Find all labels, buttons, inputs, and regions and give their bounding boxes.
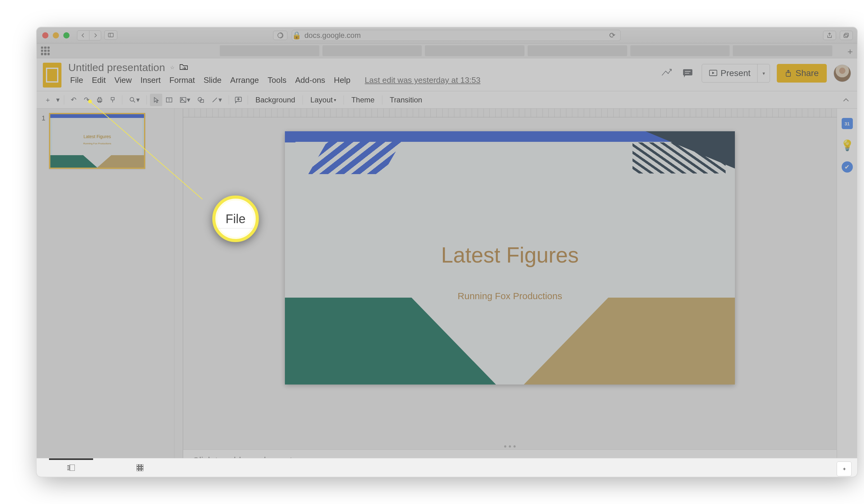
lock-icon: 🔒 [292, 31, 301, 40]
tasks-icon[interactable]: ✔ [842, 161, 853, 172]
present-button[interactable]: Present [702, 64, 758, 82]
svg-text:T: T [168, 98, 170, 103]
notes-resize-handle[interactable] [504, 445, 516, 447]
present-label: Present [721, 68, 751, 78]
thumbnails-panel: 1 Latest Figures Running Fox Productions [37, 109, 175, 476]
svg-marker-9 [712, 72, 715, 74]
comment-add-button[interactable]: + [232, 94, 244, 106]
menu-view[interactable]: View [113, 75, 134, 86]
svg-rect-28 [70, 465, 75, 471]
svg-rect-29 [136, 464, 139, 466]
menu-tools[interactable]: Tools [266, 75, 288, 86]
svg-rect-36 [139, 469, 141, 471]
close-window[interactable] [42, 32, 48, 38]
new-tab-button[interactable]: + [847, 47, 853, 57]
bookmarks-bar: + [37, 44, 857, 58]
minimize-window[interactable] [53, 32, 59, 38]
main-area: 1 Latest Figures Running Fox Productions [37, 109, 857, 476]
svg-rect-4 [844, 34, 848, 38]
shape-tool[interactable] [195, 94, 207, 106]
menu-insert[interactable]: Insert [139, 75, 163, 86]
svg-rect-37 [142, 469, 143, 471]
keep-icon[interactable]: 💡 [842, 140, 853, 151]
slide-subtitle-text[interactable]: Running Fox Productions [285, 291, 735, 301]
docs-header: Untitled presentation ☆ File Edit View I… [37, 58, 857, 91]
paint-format-button[interactable] [106, 94, 119, 106]
menu-slide[interactable]: Slide [202, 75, 224, 86]
share-icon[interactable] [823, 31, 836, 40]
grid-view-button[interactable] [106, 458, 175, 477]
reload-icon[interactable]: ⟳ [609, 31, 615, 40]
collapse-toolbar-icon[interactable] [840, 94, 852, 106]
menu-file[interactable]: File [68, 75, 85, 86]
sidebar-toggle-icon[interactable] [104, 31, 117, 40]
last-edit-link[interactable]: Last edit was yesterday at 13:53 [365, 75, 480, 85]
safari-chrome: 🔒 docs.google.com ⟳ [37, 27, 857, 44]
calendar-icon[interactable]: 31 [842, 118, 853, 129]
select-tool[interactable] [150, 94, 162, 106]
zoom-window[interactable] [63, 32, 70, 38]
back-button[interactable] [77, 31, 89, 40]
menu-addons[interactable]: Add-ons [293, 75, 327, 86]
textbox-tool[interactable]: T [163, 94, 175, 106]
thumb-preview: Latest Figures Running Fox Productions [49, 113, 145, 169]
thumb-number: 1 [41, 113, 45, 169]
svg-point-22 [198, 97, 202, 101]
reader-icon[interactable] [273, 31, 287, 40]
star-icon[interactable]: ☆ [170, 64, 175, 70]
image-tool[interactable]: ▾ [176, 94, 194, 106]
slides-logo-icon[interactable] [43, 63, 61, 87]
print-button[interactable] [93, 94, 106, 106]
vertical-ruler [175, 109, 183, 476]
svg-text:+: + [237, 97, 240, 101]
side-panel: 31 💡 ✔ › [837, 109, 857, 476]
move-icon[interactable] [179, 63, 188, 72]
url-host: docs.google.com [304, 31, 361, 40]
svg-rect-14 [111, 97, 114, 100]
new-slide-dropdown[interactable]: ▾ [55, 94, 61, 106]
present-dropdown[interactable]: ▾ [757, 64, 770, 82]
comments-icon[interactable] [681, 66, 695, 80]
new-slide-button[interactable]: ＋ [41, 94, 54, 106]
avatar[interactable] [833, 64, 851, 82]
svg-rect-3 [845, 33, 849, 36]
theme-button[interactable]: Theme [347, 94, 379, 106]
zoom-button[interactable]: ▾ [125, 94, 143, 106]
canvas-area: Latest Figures Running Fox Productions C… [183, 109, 837, 476]
transition-button[interactable]: Transition [385, 94, 427, 106]
address-bar[interactable]: 🔒 docs.google.com ⟳ [292, 30, 621, 41]
svg-point-15 [130, 97, 134, 101]
menu-help[interactable]: Help [332, 75, 352, 86]
menu-edit[interactable]: Edit [90, 75, 108, 86]
share-button[interactable]: Share [777, 64, 827, 83]
explore-button[interactable]: ✦ [837, 461, 852, 476]
bottom-bar: ✦ [37, 458, 857, 477]
tabs-icon[interactable] [840, 31, 853, 40]
svg-rect-30 [139, 464, 141, 466]
forward-button[interactable] [89, 31, 101, 40]
layout-button[interactable]: Layout▾ [306, 94, 340, 106]
present-button-group: Present ▾ [702, 64, 770, 83]
window-controls [42, 32, 70, 38]
apps-icon[interactable] [41, 47, 50, 55]
svg-rect-32 [136, 467, 139, 469]
slide-canvas[interactable]: Latest Figures Running Fox Productions [285, 131, 735, 385]
slide-stage[interactable]: Latest Figures Running Fox Productions [183, 117, 837, 449]
slide-title-text[interactable]: Latest Figures [285, 243, 735, 267]
activity-icon[interactable] [659, 66, 674, 80]
menu-format[interactable]: Format [168, 75, 197, 86]
line-tool[interactable]: ▾ [208, 94, 226, 106]
svg-rect-33 [139, 467, 141, 469]
share-label: Share [795, 68, 819, 78]
slide-thumbnail-1[interactable]: 1 Latest Figures Running Fox Productions [41, 113, 169, 169]
svg-line-16 [133, 101, 135, 103]
background-button[interactable]: Background [251, 94, 299, 106]
redacted-tabs [220, 45, 832, 56]
undo-button[interactable]: ↶ [67, 94, 80, 106]
filmstrip-view-button[interactable] [37, 458, 106, 477]
menu-arrange[interactable]: Arrange [228, 75, 261, 86]
annotation-callout: File [212, 195, 259, 242]
svg-rect-35 [136, 469, 139, 471]
doc-title[interactable]: Untitled presentation [68, 61, 165, 74]
horizontal-ruler [183, 109, 837, 117]
